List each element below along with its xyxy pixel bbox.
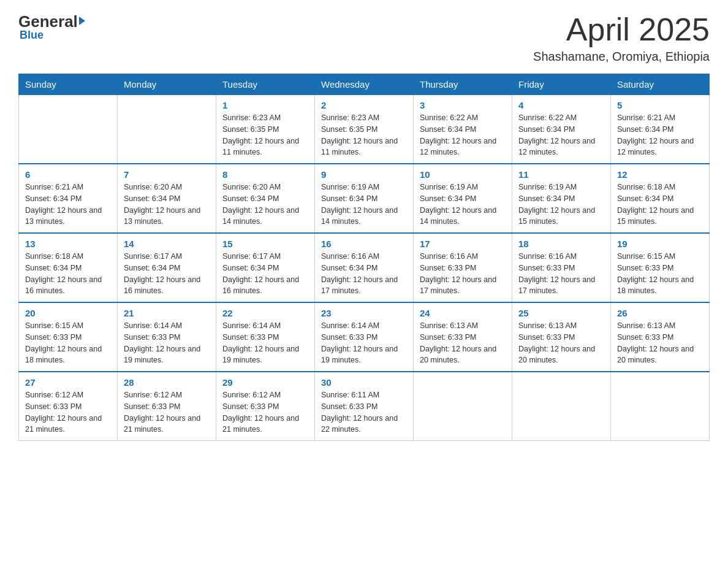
day-info: Sunrise: 6:23 AMSunset: 6:35 PMDaylight:… [321,112,407,158]
day-number: 12 [617,169,703,180]
day-number: 19 [617,239,703,249]
day-number: 4 [518,100,604,110]
calendar-week-row: 13Sunrise: 6:18 AMSunset: 6:34 PMDayligh… [19,233,710,302]
day-info: Sunrise: 6:21 AMSunset: 6:34 PMDaylight:… [617,112,703,158]
calendar-header-row: SundayMondayTuesdayWednesdayThursdayFrid… [19,74,710,95]
calendar-cell: 24Sunrise: 6:13 AMSunset: 6:33 PMDayligh… [414,302,512,372]
day-info: Sunrise: 6:17 AMSunset: 6:34 PMDaylight:… [124,251,210,297]
calendar-cell: 11Sunrise: 6:19 AMSunset: 6:34 PMDayligh… [512,164,611,233]
day-info: Sunrise: 6:12 AMSunset: 6:33 PMDaylight:… [222,389,308,435]
day-number: 29 [222,377,308,388]
calendar-cell [414,372,512,441]
calendar-cell: 3Sunrise: 6:22 AMSunset: 6:34 PMDaylight… [414,95,512,164]
day-number: 9 [321,169,407,180]
calendar-cell: 23Sunrise: 6:14 AMSunset: 6:33 PMDayligh… [315,302,414,372]
calendar-cell: 29Sunrise: 6:12 AMSunset: 6:33 PMDayligh… [216,372,315,441]
calendar-week-row: 27Sunrise: 6:12 AMSunset: 6:33 PMDayligh… [19,372,710,441]
calendar-cell: 18Sunrise: 6:16 AMSunset: 6:33 PMDayligh… [512,233,611,302]
calendar-cell: 21Sunrise: 6:14 AMSunset: 6:33 PMDayligh… [118,302,216,372]
calendar-cell: 7Sunrise: 6:20 AMSunset: 6:34 PMDaylight… [118,164,216,233]
calendar-cell: 9Sunrise: 6:19 AMSunset: 6:34 PMDaylight… [315,164,414,233]
day-number: 27 [25,377,111,388]
calendar-day-header: Monday [118,74,216,95]
calendar-week-row: 20Sunrise: 6:15 AMSunset: 6:33 PMDayligh… [19,302,710,372]
day-number: 2 [321,100,407,110]
calendar-cell [118,95,216,164]
day-number: 8 [222,169,308,180]
day-number: 23 [321,308,407,318]
day-info: Sunrise: 6:14 AMSunset: 6:33 PMDaylight:… [321,320,407,366]
day-info: Sunrise: 6:13 AMSunset: 6:33 PMDaylight:… [420,320,506,366]
day-info: Sunrise: 6:13 AMSunset: 6:33 PMDaylight:… [617,320,703,366]
day-number: 18 [518,239,604,249]
calendar-cell: 26Sunrise: 6:13 AMSunset: 6:33 PMDayligh… [611,302,710,372]
day-number: 5 [617,100,703,110]
page-title: April 2025 [533,12,710,47]
calendar-day-header: Saturday [611,74,710,95]
day-info: Sunrise: 6:14 AMSunset: 6:33 PMDaylight:… [222,320,308,366]
calendar-week-row: 6Sunrise: 6:21 AMSunset: 6:34 PMDaylight… [19,164,710,233]
day-info: Sunrise: 6:18 AMSunset: 6:34 PMDaylight:… [617,182,703,228]
calendar-cell: 20Sunrise: 6:15 AMSunset: 6:33 PMDayligh… [19,302,118,372]
day-info: Sunrise: 6:18 AMSunset: 6:34 PMDaylight:… [25,251,111,297]
calendar-cell: 10Sunrise: 6:19 AMSunset: 6:34 PMDayligh… [414,164,512,233]
calendar-cell [611,372,710,441]
day-info: Sunrise: 6:20 AMSunset: 6:34 PMDaylight:… [222,182,308,228]
calendar-day-header: Thursday [414,74,512,95]
calendar-cell: 13Sunrise: 6:18 AMSunset: 6:34 PMDayligh… [19,233,118,302]
day-info: Sunrise: 6:19 AMSunset: 6:34 PMDaylight:… [321,182,407,228]
day-info: Sunrise: 6:17 AMSunset: 6:34 PMDaylight:… [222,251,308,297]
day-number: 10 [420,169,506,180]
day-info: Sunrise: 6:23 AMSunset: 6:35 PMDaylight:… [222,112,308,158]
calendar-cell: 14Sunrise: 6:17 AMSunset: 6:34 PMDayligh… [118,233,216,302]
day-info: Sunrise: 6:19 AMSunset: 6:34 PMDaylight:… [518,182,604,228]
day-info: Sunrise: 6:12 AMSunset: 6:33 PMDaylight:… [25,389,111,435]
day-info: Sunrise: 6:22 AMSunset: 6:34 PMDaylight:… [420,112,506,158]
day-info: Sunrise: 6:13 AMSunset: 6:33 PMDaylight:… [518,320,604,366]
day-number: 3 [420,100,506,110]
day-info: Sunrise: 6:21 AMSunset: 6:34 PMDaylight:… [25,182,111,228]
calendar-table: SundayMondayTuesdayWednesdayThursdayFrid… [18,74,710,441]
day-info: Sunrise: 6:20 AMSunset: 6:34 PMDaylight:… [124,182,210,228]
day-info: Sunrise: 6:19 AMSunset: 6:34 PMDaylight:… [420,182,506,228]
calendar-cell: 16Sunrise: 6:16 AMSunset: 6:34 PMDayligh… [315,233,414,302]
calendar-cell: 5Sunrise: 6:21 AMSunset: 6:34 PMDaylight… [611,95,710,164]
day-info: Sunrise: 6:16 AMSunset: 6:33 PMDaylight:… [518,251,604,297]
day-info: Sunrise: 6:14 AMSunset: 6:33 PMDaylight:… [124,320,210,366]
calendar-cell: 19Sunrise: 6:15 AMSunset: 6:33 PMDayligh… [611,233,710,302]
day-number: 20 [25,308,111,318]
logo-triangle-icon [79,17,85,25]
day-number: 6 [25,169,111,180]
day-number: 11 [518,169,604,180]
calendar-week-row: 1Sunrise: 6:23 AMSunset: 6:35 PMDaylight… [19,95,710,164]
calendar-cell: 4Sunrise: 6:22 AMSunset: 6:34 PMDaylight… [512,95,611,164]
day-number: 24 [420,308,506,318]
title-block: April 2025 Shashamane, Oromiya, Ethiopia [533,12,710,64]
day-info: Sunrise: 6:12 AMSunset: 6:33 PMDaylight:… [124,389,210,435]
calendar-cell: 17Sunrise: 6:16 AMSunset: 6:33 PMDayligh… [414,233,512,302]
calendar-cell: 28Sunrise: 6:12 AMSunset: 6:33 PMDayligh… [118,372,216,441]
calendar-cell: 12Sunrise: 6:18 AMSunset: 6:34 PMDayligh… [611,164,710,233]
calendar-cell: 22Sunrise: 6:14 AMSunset: 6:33 PMDayligh… [216,302,315,372]
calendar-cell [512,372,611,441]
day-info: Sunrise: 6:15 AMSunset: 6:33 PMDaylight:… [617,251,703,297]
logo-blue-text: Blue [20,29,44,42]
day-info: Sunrise: 6:15 AMSunset: 6:33 PMDaylight:… [25,320,111,366]
day-number: 22 [222,308,308,318]
calendar-cell: 25Sunrise: 6:13 AMSunset: 6:33 PMDayligh… [512,302,611,372]
calendar-cell: 6Sunrise: 6:21 AMSunset: 6:34 PMDaylight… [19,164,118,233]
day-info: Sunrise: 6:11 AMSunset: 6:33 PMDaylight:… [321,389,407,435]
logo: General Blue [18,12,85,42]
calendar-cell: 1Sunrise: 6:23 AMSunset: 6:35 PMDaylight… [216,95,315,164]
calendar-day-header: Wednesday [315,74,414,95]
calendar-cell: 27Sunrise: 6:12 AMSunset: 6:33 PMDayligh… [19,372,118,441]
day-number: 15 [222,239,308,249]
day-number: 7 [124,169,210,180]
day-number: 28 [124,377,210,388]
calendar-cell: 8Sunrise: 6:20 AMSunset: 6:34 PMDaylight… [216,164,315,233]
day-number: 25 [518,308,604,318]
calendar-cell: 15Sunrise: 6:17 AMSunset: 6:34 PMDayligh… [216,233,315,302]
day-number: 1 [222,100,308,110]
day-number: 14 [124,239,210,249]
calendar-day-header: Sunday [19,74,118,95]
